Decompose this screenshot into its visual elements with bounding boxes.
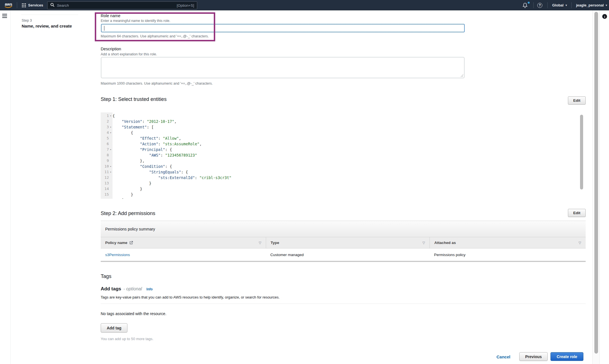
code-lines: { "Version": "2012-10-17", "Statement": … xyxy=(113,113,579,199)
policy-name-link[interactable]: s3Permissions xyxy=(105,253,130,257)
fold-spacer xyxy=(109,192,113,197)
fold-spacer xyxy=(109,197,113,199)
aws-logo[interactable]: aws xyxy=(3,0,14,10)
external-link-icon xyxy=(129,241,133,245)
topbar-divider xyxy=(571,2,572,8)
role-name-hint: Maximum 64 characters. Use alphanumeric … xyxy=(101,34,209,38)
fold-arrow-icon[interactable]: ▾ xyxy=(109,169,113,175)
account-label: jeagle_personal xyxy=(576,3,604,7)
notification-dot xyxy=(528,2,530,4)
cancel-button[interactable]: Cancel xyxy=(496,354,510,359)
fold-spacer xyxy=(109,152,113,158)
sidebar-divider xyxy=(10,10,11,364)
edit-trusted-entities-button[interactable]: Edit xyxy=(568,96,586,105)
aws-logo-text: aws xyxy=(5,2,12,6)
description-description: Add a short explanation for this role. xyxy=(101,52,157,56)
chevron-down-icon: ▾ xyxy=(565,4,567,7)
fold-spacer xyxy=(109,186,113,192)
bell-icon xyxy=(522,3,528,8)
sidebar-rule xyxy=(21,15,78,15)
fold-spacer xyxy=(109,175,113,180)
permissions-table-header: Policy name ▽ Type ▽ Attached as ▽ xyxy=(101,237,586,248)
filter-icon: ▽ xyxy=(259,241,261,245)
services-grid-icon xyxy=(22,3,26,7)
search-input[interactable]: Search [Option+S] xyxy=(47,1,197,9)
account-menu[interactable]: jeagle_personal ▾ xyxy=(576,0,607,10)
fold-arrow-icon[interactable]: ▾ xyxy=(109,124,113,130)
text-cursor xyxy=(104,26,104,31)
role-name-description: Enter a meaningful name to identify this… xyxy=(101,19,170,23)
edit-permissions-button[interactable]: Edit xyxy=(568,209,586,217)
previous-button[interactable]: Previous xyxy=(519,352,548,361)
role-name-input[interactable] xyxy=(101,24,465,32)
tags-description: Tags are key-value pairs that you can ad… xyxy=(101,295,280,299)
fold-arrow-icon[interactable]: ▾ xyxy=(109,164,113,169)
table-row: s3Permissions Customer managed Permissio… xyxy=(101,248,586,261)
topbar-divider xyxy=(533,2,534,8)
notifications-button[interactable] xyxy=(522,0,528,10)
hamburger-menu-icon[interactable] xyxy=(2,14,7,18)
help-icon: ? xyxy=(537,3,542,8)
fold-spacer xyxy=(109,180,113,186)
column-label: Attached as xyxy=(434,241,456,245)
description-label: Description xyxy=(101,47,121,51)
code-gutter: 1▾23▾4▾567▾8910▾11▾1213141516 xyxy=(101,112,113,199)
add-tags-optional: - optional xyxy=(123,286,142,291)
column-header-policy-name[interactable]: Policy name ▽ xyxy=(101,237,266,248)
policy-json-editor[interactable]: 1▾23▾4▾567▾8910▾11▾1213141516 { "Version… xyxy=(101,112,585,199)
region-menu[interactable]: Global ▾ xyxy=(552,0,567,10)
help-button[interactable]: ? xyxy=(537,0,542,10)
attached-as-cell: Permissions policy xyxy=(430,253,586,257)
info-panel-toggle[interactable]: i xyxy=(602,14,607,19)
description-textarea[interactable] xyxy=(101,57,464,78)
top-navigation-bar: aws Services Search [Option+S] xyxy=(0,0,609,10)
filter-icon: ▽ xyxy=(423,241,425,245)
wizard-step-label: Step 3 xyxy=(22,19,32,22)
column-label: Policy name xyxy=(105,241,127,245)
topbar-divider xyxy=(17,2,17,8)
column-label: Type xyxy=(271,241,279,245)
info-link[interactable]: Info xyxy=(147,287,153,291)
topbar-divider xyxy=(547,2,548,8)
create-role-button[interactable]: Create role xyxy=(550,352,583,361)
search-placeholder: Search xyxy=(57,3,174,8)
step1-heading: Step 1: Select trusted entities xyxy=(101,96,167,102)
editor-scrollbar[interactable] xyxy=(580,115,583,189)
tags-heading: Tags xyxy=(101,273,111,279)
tags-divider xyxy=(101,304,586,304)
step2-heading: Step 2: Add permissions xyxy=(101,211,155,216)
search-icon xyxy=(50,3,55,8)
wizard-step-title: Name, review, and create xyxy=(22,24,72,28)
fold-spacer xyxy=(109,135,113,141)
permissions-panel: Permissions policy summary Policy name ▽… xyxy=(101,221,586,262)
permissions-panel-title: Permissions policy summary xyxy=(101,221,586,237)
tags-empty-message: No tags associated with the resource. xyxy=(101,311,166,316)
fold-spacer xyxy=(109,119,113,124)
column-header-attached-as[interactable]: Attached as ▽ xyxy=(430,237,586,248)
description-hint: Maximum 1000 characters. Use alphanumeri… xyxy=(101,82,213,85)
add-tags-line: Add tags - optional Info xyxy=(101,286,153,292)
table-bottom-border xyxy=(101,261,586,262)
services-label: Services xyxy=(28,3,43,7)
aws-logo-icon: aws xyxy=(3,2,14,9)
role-name-label: Role name xyxy=(101,13,120,18)
add-tags-title: Add tags xyxy=(101,286,121,292)
fold-spacer xyxy=(109,158,113,164)
policy-type-cell: Customer managed xyxy=(266,253,430,257)
fold-arrow-icon[interactable]: ▾ xyxy=(109,113,113,119)
fold-arrow-icon[interactable]: ▾ xyxy=(109,130,113,135)
resize-handle[interactable] xyxy=(460,74,463,77)
fold-arrow-icon[interactable]: ▾ xyxy=(109,147,113,152)
region-label: Global xyxy=(552,3,563,7)
services-menu[interactable]: Services xyxy=(22,0,43,10)
filter-icon: ▽ xyxy=(579,241,581,245)
add-tag-button[interactable]: Add tag xyxy=(101,323,127,333)
column-header-type[interactable]: Type ▽ xyxy=(266,237,430,248)
page-scrollbar-thumb[interactable] xyxy=(594,12,598,354)
fold-spacer xyxy=(109,141,113,147)
tags-hint: You can add up to 50 more tags. xyxy=(101,337,153,341)
search-shortcut-hint: [Option+S] xyxy=(177,3,194,8)
chevron-down-icon: ▾ xyxy=(606,4,607,7)
